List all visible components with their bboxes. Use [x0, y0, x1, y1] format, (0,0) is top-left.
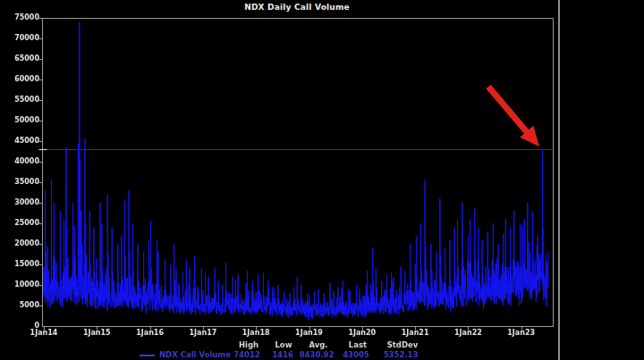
annotation-arrow: [0, 0, 644, 360]
stat-value-stddev: 5352.13: [368, 350, 434, 359]
window-divider: [558, 0, 560, 360]
legend-series-name: NDX Call Volume: [159, 350, 231, 359]
terminal-chart-window: NDX Daily Call Volume 050001000015000200…: [0, 0, 644, 360]
arrow-shaft: [488, 87, 528, 133]
stat-header-stddev: StdDev: [371, 340, 434, 349]
legend-line-swatch: [140, 355, 155, 356]
